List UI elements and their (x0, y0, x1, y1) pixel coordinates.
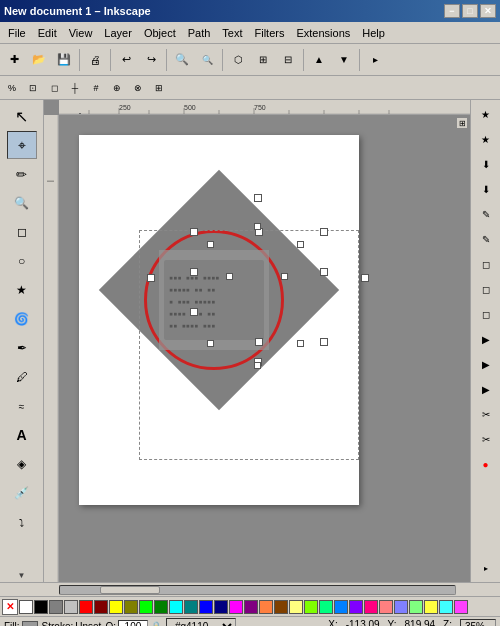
color-lightgreen[interactable] (409, 600, 423, 614)
color-black[interactable] (34, 600, 48, 614)
color-purple[interactable] (244, 600, 258, 614)
canvas-area[interactable]: 250 500 750 | (44, 100, 470, 582)
handle-bm[interactable] (255, 338, 263, 346)
color-hotpink[interactable] (364, 600, 378, 614)
redo-button[interactable]: ↪ (139, 48, 163, 72)
color-periwinkle[interactable] (394, 600, 408, 614)
opacity-input[interactable] (118, 620, 148, 627)
rp-red[interactable]: ● (474, 452, 498, 476)
color-brown[interactable] (274, 600, 288, 614)
handle-tr[interactable] (320, 228, 328, 236)
lower-button[interactable]: ▼ (332, 48, 356, 72)
scroll-track[interactable] (59, 585, 456, 595)
no-color-button[interactable]: ✕ (2, 599, 18, 615)
snap-grid[interactable]: # (86, 78, 106, 98)
color-lightyellow2[interactable] (424, 600, 438, 614)
color-silver[interactable] (64, 600, 78, 614)
nodes-button[interactable]: ⬡ (226, 48, 250, 72)
node-left[interactable] (226, 273, 233, 280)
color-lightyellow[interactable] (289, 600, 303, 614)
maximize-button[interactable]: □ (462, 4, 478, 18)
color-maroon[interactable] (94, 600, 108, 614)
snap-midpoints[interactable]: ⊗ (128, 78, 148, 98)
menu-file[interactable]: File (2, 25, 32, 41)
color-springgreen[interactable] (319, 600, 333, 614)
object-id-select[interactable]: #g4110 (166, 618, 236, 626)
ellipse-tool[interactable]: ○ (7, 247, 37, 275)
node-bl[interactable] (207, 340, 214, 347)
handle-right-diamond[interactable] (361, 274, 369, 282)
color-gray[interactable] (49, 600, 63, 614)
node-br[interactable] (297, 340, 304, 347)
calligraphy-tool[interactable]: ≈ (7, 392, 37, 420)
snap-toggle[interactable]: % (2, 78, 22, 98)
text-tool[interactable]: A (7, 421, 37, 449)
snap-nodes[interactable]: ⊡ (23, 78, 43, 98)
horizontal-scrollbar[interactable] (0, 582, 500, 596)
undo-button[interactable]: ↩ (114, 48, 138, 72)
minimize-button[interactable]: − (444, 4, 460, 18)
rp-sq3[interactable]: ◻ (474, 302, 498, 326)
snap-center[interactable]: ⊕ (107, 78, 127, 98)
color-cornflower[interactable] (334, 600, 348, 614)
raise-button[interactable]: ▲ (307, 48, 331, 72)
snap-bbox[interactable]: ◻ (44, 78, 64, 98)
node-top[interactable] (254, 223, 261, 230)
color-cyan[interactable] (169, 600, 183, 614)
node-right[interactable] (281, 273, 288, 280)
color-lightcyan[interactable] (439, 600, 453, 614)
more-button[interactable]: ▸ (363, 48, 387, 72)
inner-content[interactable]: ▪▪▪ ▪▪▪ ▪▪▪▪ ▪▪▪▪▪ ▪▪ ▪▪ ▪ ▪▪▪ ▪▪▪▪▪ ▪▪▪… (159, 250, 269, 350)
snap-guide[interactable]: ┼ (65, 78, 85, 98)
handle-mr[interactable] (320, 268, 328, 276)
menu-text[interactable]: Text (216, 25, 248, 41)
new-button[interactable]: ✚ (2, 48, 26, 72)
tweak-tool[interactable]: ✏ (7, 160, 37, 188)
open-button[interactable]: 📂 (27, 48, 51, 72)
close-button[interactable]: ✕ (480, 4, 496, 18)
menu-layer[interactable]: Layer (98, 25, 138, 41)
node-tr[interactable] (297, 241, 304, 248)
menu-help[interactable]: Help (356, 25, 391, 41)
rp-star2[interactable]: ★ (474, 127, 498, 151)
rp-sq1[interactable]: ◻ (474, 252, 498, 276)
handle-left-diamond[interactable] (147, 274, 155, 282)
save-button[interactable]: 💾 (52, 48, 76, 72)
color-teal[interactable] (184, 600, 198, 614)
menu-object[interactable]: Object (138, 25, 182, 41)
handle-top-diamond[interactable] (254, 194, 262, 202)
snap-page[interactable]: ⊞ (149, 78, 169, 98)
canvas-content[interactable]: ▪▪▪ ▪▪▪ ▪▪▪▪ ▪▪▪▪▪ ▪▪ ▪▪ ▪ ▪▪▪ ▪▪▪▪▪ ▪▪▪… (59, 115, 470, 582)
zoom-tool[interactable]: 🔍 (7, 189, 37, 217)
color-salmon[interactable] (379, 600, 393, 614)
rp-down1[interactable]: ⬇ (474, 152, 498, 176)
zoom-in-button[interactable]: 🔍 (170, 48, 194, 72)
color-green[interactable] (154, 600, 168, 614)
color-navy[interactable] (214, 600, 228, 614)
color-chartreuse[interactable] (304, 600, 318, 614)
selector-tool[interactable]: ↖ (7, 102, 37, 130)
color-blue[interactable] (199, 600, 213, 614)
handle-ml[interactable] (190, 268, 198, 276)
color-orchid[interactable] (454, 600, 468, 614)
color-violet[interactable] (349, 600, 363, 614)
color-red[interactable] (79, 600, 93, 614)
color-lime[interactable] (139, 600, 153, 614)
spiral-tool[interactable]: 🌀 (7, 305, 37, 333)
group-button[interactable]: ⊞ (251, 48, 275, 72)
menu-path[interactable]: Path (182, 25, 217, 41)
node-tool[interactable]: ⌖ (7, 131, 37, 159)
menu-view[interactable]: View (63, 25, 99, 41)
rp-scissors2[interactable]: ✂ (474, 427, 498, 451)
toolbox-expand[interactable]: ▼ (18, 571, 26, 580)
eyedropper-tool[interactable]: 💉 (7, 479, 37, 507)
pencil-tool[interactable]: ✒ (7, 334, 37, 362)
menu-filters[interactable]: Filters (249, 25, 291, 41)
rp-star1[interactable]: ★ (474, 102, 498, 126)
ungroup-button[interactable]: ⊟ (276, 48, 300, 72)
rp-play2[interactable]: ▶ (474, 352, 498, 376)
color-orange[interactable] (259, 600, 273, 614)
handle-bl[interactable] (190, 308, 198, 316)
rp-edit1[interactable]: ✎ (474, 202, 498, 226)
color-olive[interactable] (124, 600, 138, 614)
